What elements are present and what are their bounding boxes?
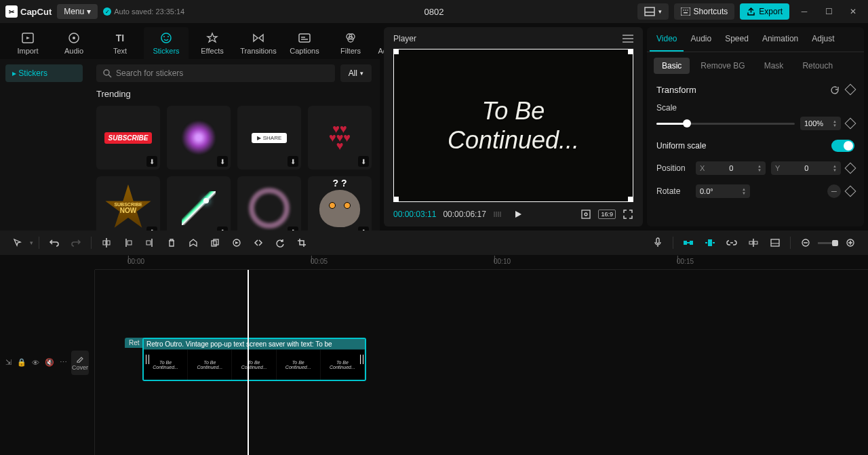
download-icon[interactable]: ⬇ — [146, 226, 157, 231]
cover-button[interactable]: Cover — [71, 351, 89, 375]
keyframe-scale[interactable] — [845, 118, 856, 130]
marker-tool[interactable] — [184, 233, 203, 252]
lock-icon[interactable]: 🔒 — [17, 358, 26, 367]
download-icon[interactable]: ⬇ — [288, 156, 298, 167]
tab-captions[interactable]: Captions — [282, 27, 327, 59]
keyframe-rotate[interactable] — [845, 186, 856, 197]
search-input[interactable]: Search for stickers — [96, 64, 335, 82]
sticker-cat[interactable]: ⬇ — [308, 176, 372, 231]
play-button[interactable] — [513, 210, 523, 219]
sticker-subscribe-now[interactable]: SUBSCRIBENOW⬇ — [96, 176, 160, 231]
more-icon[interactable]: ⋯ — [60, 358, 67, 367]
preview-canvas[interactable]: To Be Continued... — [393, 49, 633, 202]
tab-text[interactable]: TIText — [98, 27, 142, 59]
select-tool[interactable] — [8, 233, 27, 252]
keyframe-position[interactable] — [845, 163, 856, 174]
zoom-out-button[interactable] — [796, 233, 815, 252]
mirror-tool[interactable] — [249, 233, 268, 252]
scale-slider[interactable] — [656, 123, 795, 125]
position-y-input[interactable]: Y0▲▼ — [771, 161, 841, 175]
menu-button[interactable]: Menu ▾ — [57, 4, 98, 19]
spinner-icon[interactable]: ▲▼ — [833, 119, 837, 127]
preview-track-tool[interactable] — [766, 233, 785, 252]
download-icon[interactable]: ⬇ — [288, 226, 298, 231]
duplicate-tool[interactable] — [205, 233, 224, 252]
minimize-button[interactable]: ─ — [795, 2, 814, 21]
resize-handle-br[interactable] — [628, 197, 633, 202]
sticker-ring[interactable]: ⬇ — [237, 176, 301, 231]
filter-all-button[interactable]: All ▾ — [340, 64, 372, 82]
rotate-tool[interactable] — [271, 233, 290, 252]
resize-handle-tl[interactable] — [393, 49, 399, 54]
tab-audio[interactable]: Audio — [52, 27, 96, 59]
sticker-hearts[interactable]: ♥♥♥♥♥♥⬇ — [308, 106, 372, 170]
prop-tab-video[interactable]: Video — [650, 27, 684, 52]
eye-icon[interactable]: 👁 — [32, 359, 39, 367]
speed-tool[interactable] — [227, 233, 246, 252]
rotate-dial[interactable]: ─ — [827, 184, 841, 198]
timeline-ruler[interactable]: 00:00 | 00:05 | 00:10 | 00:15 | — [95, 255, 868, 270]
download-icon[interactable]: ⬇ — [146, 156, 157, 167]
maximize-button[interactable]: ☐ — [819, 2, 838, 21]
chevron-down-icon[interactable]: ▾ — [30, 239, 33, 246]
sticker-share[interactable]: ▶ SHARE⬇ — [237, 106, 301, 170]
magnet-tool[interactable] — [679, 233, 698, 252]
resize-handle-bl[interactable] — [393, 197, 399, 202]
clip-handle-right[interactable] — [359, 353, 363, 366]
shortcuts-button[interactable]: Shortcuts — [674, 3, 735, 20]
tab-import[interactable]: Import — [5, 27, 50, 59]
keyframe-icon[interactable] — [845, 83, 856, 95]
mic-tool[interactable] — [648, 233, 667, 252]
tab-filters[interactable]: Filters — [328, 27, 373, 59]
focus-icon[interactable] — [580, 209, 591, 220]
compare-icon[interactable] — [493, 210, 502, 218]
sidebar-item-stickers[interactable]: ▸ Stickers — [5, 64, 83, 82]
sticker-comet[interactable]: ⬇ — [167, 176, 231, 231]
download-icon[interactable]: ⬇ — [217, 156, 228, 167]
undo-button[interactable] — [45, 233, 64, 252]
player-menu-button[interactable] — [623, 35, 633, 43]
split-tool[interactable] — [97, 233, 116, 252]
export-button[interactable]: Export — [740, 3, 789, 20]
zoom-in-button[interactable] — [841, 233, 860, 252]
subtab-basic[interactable]: Basic — [654, 58, 690, 74]
uniform-toggle[interactable] — [831, 140, 854, 152]
tab-stickers[interactable]: Stickers — [144, 27, 189, 59]
tab-effects[interactable]: Effects — [190, 27, 235, 59]
subtab-removebg[interactable]: Remove BG — [692, 58, 753, 74]
playhead[interactable] — [248, 270, 249, 455]
fullscreen-icon[interactable] — [623, 209, 633, 220]
position-x-input[interactable]: X0▲▼ — [696, 161, 766, 175]
zoom-slider[interactable] — [818, 242, 838, 244]
sticker-subscribe[interactable]: SUBSCRIBE⬇ — [96, 106, 160, 170]
snap-tool[interactable] — [701, 233, 719, 252]
timeline-tracks[interactable]: Ret Retro Outro. Vintage pop-up text scr… — [95, 270, 868, 455]
subtab-retouch[interactable]: Retouch — [794, 58, 841, 74]
prop-tab-adjust[interactable]: Adjust — [805, 27, 841, 52]
clip-handle-left[interactable] — [145, 353, 149, 366]
download-icon[interactable]: ⬇ — [358, 226, 369, 231]
download-icon[interactable]: ⬇ — [217, 226, 228, 231]
redo-button[interactable] — [66, 233, 85, 252]
trim-left-tool[interactable] — [119, 233, 138, 252]
resize-handle-tr[interactable] — [628, 49, 633, 54]
mute-icon[interactable]: 🔇 — [45, 358, 54, 367]
align-tool[interactable] — [744, 233, 763, 252]
crop-tool[interactable] — [292, 233, 311, 252]
prop-tab-animation[interactable]: Animation — [755, 27, 805, 52]
sticker-firework[interactable]: ⬇ — [167, 106, 231, 170]
close-button[interactable]: ✕ — [844, 2, 863, 21]
download-icon[interactable]: ⬇ — [358, 156, 369, 167]
reset-icon[interactable] — [830, 85, 840, 95]
prop-tab-audio[interactable]: Audio — [684, 27, 718, 52]
link-tool[interactable] — [722, 233, 741, 252]
trim-right-tool[interactable] — [140, 233, 159, 252]
subtab-mask[interactable]: Mask — [756, 58, 792, 74]
rotate-input[interactable]: 0.0°▲▼ — [696, 184, 750, 198]
scale-input[interactable]: 100%▲▼ — [800, 117, 841, 130]
prop-tab-speed[interactable]: Speed — [718, 27, 755, 52]
collapse-icon[interactable]: ⇲ — [5, 358, 12, 367]
tab-transitions[interactable]: Transitions — [236, 27, 281, 59]
video-clip[interactable]: Retro Outro. Vintage pop-up text screen … — [142, 338, 366, 381]
delete-tool[interactable] — [162, 233, 181, 252]
